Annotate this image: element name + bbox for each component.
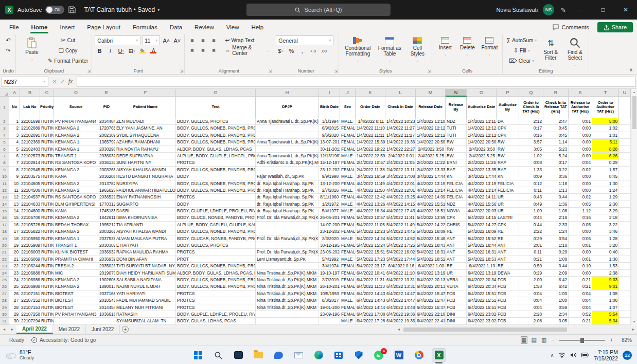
cell[interactable]: 1:18 — [543, 242, 569, 249]
cell[interactable]: Anna Tjandrawati L.dr.,Sp.PK(K),M — [256, 139, 319, 145]
cell[interactable] — [256, 167, 319, 173]
cell[interactable]: RUTIN — [40, 297, 54, 304]
font-dialog-launcher[interactable]: ⇲ — [180, 69, 184, 74]
cell[interactable]: 2/4/2022 11:22 — [416, 159, 446, 166]
cell[interactable] — [619, 235, 631, 242]
cell[interactable] — [256, 242, 319, 249]
cell[interactable]: Nina Tristina,dr.,Sp.PK(K),MKM — [256, 277, 319, 283]
cell[interactable]: ZEN MULYADI — [115, 118, 176, 125]
cell[interactable]: 1:18 — [543, 180, 569, 187]
cell[interactable]: 1/2/1972 — [319, 201, 340, 208]
cell[interactable]: 2:47 — [543, 118, 569, 125]
cell[interactable]: 1995217 — [98, 222, 115, 228]
cell[interactable]: RUTIN — [40, 311, 54, 318]
cell[interactable]: NURSYIPA — [115, 180, 176, 187]
enter-icon[interactable]: ✓ — [60, 79, 64, 84]
tab-file[interactable]: File — [3, 22, 25, 33]
cell[interactable]: DONI BIN AFAN — [115, 256, 176, 263]
cell[interactable]: Prof. Dr. Ida Parwati,dr.,Sp.PK(K) — [256, 249, 319, 256]
cell[interactable]: 12 — [9, 194, 20, 201]
wifi-icon[interactable] — [558, 352, 565, 358]
cell[interactable]: Leni Lismayanti,dr.,Sp.PK — [256, 256, 319, 263]
cell[interactable]: 5:00 — [592, 118, 619, 125]
cell[interactable]: 5/4/2022 18:52 — [416, 256, 446, 263]
cell[interactable]: FEMALE — [340, 277, 356, 283]
cell[interactable]: CPK — [497, 125, 519, 132]
cell[interactable]: 1/4/2022 13:11 — [467, 118, 497, 125]
cut-button[interactable]: ✂Cut — [47, 35, 89, 45]
cell[interactable]: 2/4/2022 0:01 — [385, 153, 416, 159]
cell[interactable]: 17 — [9, 228, 20, 235]
cell[interactable]: FCB — [446, 297, 467, 304]
cell[interactable]: 0:12 — [519, 180, 543, 187]
cell[interactable]: 0:02 — [569, 194, 592, 201]
cell[interactable]: 0:40 — [592, 249, 619, 256]
row-header-5[interactable]: 5 — [0, 139, 9, 145]
column-header-B[interactable]: B — [20, 89, 40, 97]
cell[interactable]: Nina Tristina,dr.,Sp.PK(K),MKM — [256, 304, 319, 311]
row-header-4[interactable]: 4 — [0, 132, 9, 139]
cell[interactable]: FELICIA — [446, 194, 467, 201]
cell[interactable]: 22106986 — [20, 277, 40, 283]
chrome-button[interactable] — [412, 349, 426, 362]
cell[interactable]: 1/4/2022 12:12 — [467, 125, 497, 132]
cell[interactable]: ENAY RATNANINGSIH — [115, 194, 176, 201]
row-header-7[interactable]: 7 — [0, 153, 9, 159]
cell[interactable]: 2:00 — [519, 277, 543, 283]
cell-styles-button[interactable]: Cell Styles ⌄ — [405, 35, 429, 67]
cell[interactable]: FEMALE — [340, 132, 356, 139]
percent-button[interactable]: % — [287, 46, 296, 56]
cell[interactable]: 6/4/2022 22:41 — [416, 318, 446, 324]
cell[interactable]: ANT — [446, 256, 467, 263]
cell[interactable]: Fajar Wasilah, dr., Sp.PK — [256, 173, 319, 180]
cell[interactable]: 3:05 — [519, 146, 543, 153]
cell[interactable]: 2036529 — [98, 194, 115, 201]
cell[interactable]: 5/4/2022 11:05 — [356, 222, 385, 228]
cell[interactable]: BODY, GLUCAR, NONEB, PANDYB, PROT — [176, 235, 256, 242]
cell[interactable] — [256, 146, 319, 153]
tab-formulas[interactable]: Formulas — [127, 22, 164, 33]
sheet-tab-juni-2022[interactable]: Juni 2022 — [86, 325, 120, 334]
cell[interactable]: 22104505 — [20, 180, 40, 187]
styles-dialog-launcher[interactable]: ⇲ — [428, 69, 431, 74]
hscroll-track[interactable] — [402, 327, 630, 332]
column-header-K[interactable]: K — [356, 89, 385, 97]
cell[interactable]: 2003265 — [98, 228, 115, 235]
column-title-release-date[interactable]: Release Date — [416, 97, 446, 118]
save-icon[interactable] — [68, 6, 76, 13]
cell[interactable] — [619, 228, 631, 235]
cell[interactable]: 22106244 — [20, 263, 40, 269]
cell[interactable]: FCB — [497, 283, 519, 290]
cell[interactable]: 0:08 — [519, 159, 543, 166]
cell[interactable]: 4/4/2022 13:25 — [385, 194, 416, 201]
cell[interactable]: LASTRI — [497, 214, 519, 221]
cell[interactable]: 6/4/2022 11:33 — [356, 283, 385, 290]
cell[interactable]: 1745185 — [98, 208, 115, 214]
insert-function-icon[interactable]: fx — [68, 78, 73, 85]
minimize-button[interactable]: ─ — [569, 0, 592, 20]
column-header-D[interactable]: D — [54, 89, 98, 97]
cell[interactable]: 23-06-2021 — [319, 249, 340, 256]
cell[interactable]: 2010540 — [98, 297, 115, 304]
cell[interactable]: TUTI — [446, 132, 467, 139]
cell[interactable]: 24 — [9, 277, 20, 283]
clock[interactable]: 7:15 PM 7/15/2022 — [594, 349, 618, 361]
cell[interactable]: 1:30 — [592, 180, 619, 187]
cell[interactable]: 0:04 — [519, 304, 543, 311]
cell[interactable]: 6/4/2022 14:43 — [356, 297, 385, 304]
cell[interactable]: DIAH HEIDY HARILIANTI SUMAL — [115, 270, 176, 277]
cell[interactable] — [619, 297, 631, 304]
cell[interactable]: 5/4/2022 17:23 — [356, 256, 385, 263]
cell[interactable]: BODY, GULLCS, NONEB, PANDYB, PROTC — [176, 132, 256, 139]
tab-help[interactable]: Help — [245, 22, 270, 33]
normal-view-icon[interactable]: ▦ — [521, 337, 526, 343]
cell[interactable]: 0:00 — [569, 187, 592, 194]
cell[interactable]: MALE — [340, 256, 356, 263]
font-name-select[interactable]: Calibri▾ — [95, 35, 140, 45]
cell[interactable]: 6/4/2022 22:10 — [416, 311, 446, 318]
row-header-31[interactable]: 31 — [0, 318, 9, 324]
cell[interactable]: 5/4/2022 11:41 — [385, 214, 416, 221]
cell[interactable]: 6/4/2022 19:36 — [385, 318, 416, 324]
cell[interactable]: FELICIA — [446, 187, 467, 194]
cell[interactable]: KENANGA 2 — [54, 187, 98, 194]
